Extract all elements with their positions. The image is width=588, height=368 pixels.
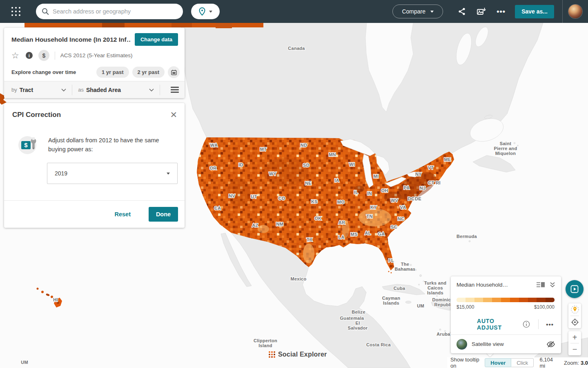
as-label: as: [78, 87, 84, 93]
svg-text:ND: ND: [301, 143, 307, 148]
auto-adjust-button[interactable]: AUTO ADJUST: [477, 318, 515, 331]
chevron-down-icon[interactable]: [149, 88, 154, 92]
zoom-level-label: Zoom:: [564, 360, 579, 366]
svg-text:CaymanIslands: CaymanIslands: [382, 296, 401, 305]
calendar-button[interactable]: [168, 66, 180, 78]
svg-text:MN: MN: [329, 152, 336, 157]
dataset-source: ACS 2012 (5-Year Estimates): [60, 52, 133, 58]
explore-change-label: Explore change over time: [11, 69, 76, 75]
legend-more-options-icon[interactable]: •••: [546, 321, 554, 328]
svg-text:ME: ME: [444, 157, 451, 162]
satellite-view-toggle[interactable]: Satellite view: [451, 334, 561, 353]
svg-text:FL: FL: [388, 258, 394, 263]
zoom-in-button[interactable]: +: [568, 331, 581, 343]
by-label: by: [11, 87, 17, 93]
favorite-star-icon[interactable]: ☆: [11, 51, 19, 60]
svg-text:Costa Rica: Costa Rica: [366, 342, 391, 347]
cpi-year-select[interactable]: 2019: [47, 163, 178, 184]
chevron-down-icon[interactable]: [61, 88, 66, 92]
svg-text:WY: WY: [269, 171, 277, 176]
map-status-bar: Show tooltip on Hover Click 6,104 mi Zoo…: [447, 357, 588, 368]
svg-text:WA: WA: [210, 143, 218, 148]
story-play-button[interactable]: [566, 280, 584, 298]
zoom-out-button[interactable]: −: [568, 343, 581, 355]
drop-pin-button[interactable]: [568, 303, 581, 316]
one-year-past-button[interactable]: 1 yr past: [96, 67, 129, 78]
export-image-icon[interactable]: [477, 7, 486, 16]
locate-me-button[interactable]: [568, 316, 581, 328]
svg-text:VA: VA: [400, 205, 406, 210]
save-as-button[interactable]: Save as...: [515, 5, 554, 18]
cpi-dialog-title: CPI Correction: [12, 111, 61, 119]
svg-text:KS: KS: [311, 199, 318, 204]
info-icon[interactable]: i: [26, 52, 33, 59]
divider: [72, 85, 72, 95]
svg-text:AZ: AZ: [252, 223, 258, 228]
svg-text:RI: RI: [436, 180, 441, 185]
cpi-year-value: 2019: [55, 170, 67, 177]
collapse-double-chevron-icon[interactable]: [550, 282, 555, 288]
svg-text:GA: GA: [378, 231, 385, 236]
compare-label: Compare: [402, 8, 425, 15]
svg-text:CO: CO: [278, 196, 285, 201]
geography-pin-button[interactable]: [191, 4, 220, 19]
legend-style-icon[interactable]: [537, 282, 545, 288]
tooltip-hover-button[interactable]: Hover: [485, 358, 511, 367]
play-icon: [570, 285, 579, 293]
dataset-panel: Median Household Income (In 2012 Inf… Ch…: [4, 28, 185, 98]
search-bar[interactable]: [36, 4, 183, 19]
svg-text:AR: AR: [339, 220, 345, 225]
legend-title: Median Household…: [457, 282, 532, 288]
two-year-past-button[interactable]: 2 yr past: [132, 67, 165, 78]
svg-text:PA: PA: [403, 185, 410, 190]
chevron-down-icon: [167, 173, 170, 175]
eye-off-icon[interactable]: [546, 341, 555, 348]
svg-text:UM: UM: [21, 360, 28, 365]
svg-text:TX: TX: [307, 237, 313, 242]
chevron-down-icon: [430, 11, 434, 13]
svg-text:MS: MS: [350, 232, 357, 237]
share-icon[interactable]: [457, 7, 467, 16]
svg-text:IL: IL: [354, 190, 358, 195]
apps-grid-icon[interactable]: [11, 7, 21, 17]
legend-gradient[interactable]: [457, 298, 555, 302]
social-explorer-logo: Social Explorer: [269, 351, 327, 358]
hamburger-menu-icon[interactable]: [171, 87, 179, 93]
reset-button[interactable]: Reset: [115, 211, 131, 218]
svg-text:WI: WI: [349, 162, 355, 167]
attribution-text: Social Explorer: [278, 351, 327, 358]
svg-text:CT: CT: [428, 180, 434, 185]
svg-text:VT: VT: [428, 165, 434, 170]
compare-button[interactable]: Compare: [392, 4, 443, 18]
tooltip-click-button[interactable]: Click: [511, 358, 534, 367]
close-icon[interactable]: ✕: [170, 110, 177, 119]
satellite-thumbnail: [457, 339, 467, 350]
visualization-type-select[interactable]: Shaded Area: [86, 87, 121, 93]
done-button[interactable]: Done: [149, 207, 178, 222]
svg-text:$: $: [24, 141, 28, 148]
zoom-level-value: 3.0: [581, 360, 588, 366]
divider: [55, 52, 55, 60]
svg-text:UT: UT: [251, 194, 257, 199]
geography-level-select[interactable]: Tract: [20, 87, 33, 93]
svg-text:LA: LA: [338, 235, 344, 240]
divider: [160, 85, 160, 95]
svg-text:WV: WV: [391, 198, 399, 203]
search-input[interactable]: [53, 8, 177, 15]
cpi-dollar-icon[interactable]: $: [38, 50, 49, 61]
svg-text:DC: DC: [408, 196, 415, 201]
info-circle-icon[interactable]: [523, 321, 530, 328]
cpi-dialog-description: Adjust dollars from 2012 to have the sam…: [48, 136, 169, 154]
pin-dashed-circle-icon: [570, 305, 579, 314]
svg-text:Belize: Belize: [352, 310, 365, 314]
svg-text:MI: MI: [374, 174, 379, 179]
social-explorer-dots-icon: [269, 351, 275, 358]
svg-text:OR: OR: [209, 166, 216, 171]
svg-text:HI: HI: [53, 297, 58, 302]
change-data-button[interactable]: Change data: [135, 33, 178, 46]
svg-text:NY: NY: [415, 172, 422, 177]
user-avatar[interactable]: [568, 4, 582, 18]
svg-text:Guatemala: Guatemala: [340, 316, 365, 321]
more-options-icon[interactable]: •••: [496, 7, 506, 16]
search-icon: [42, 8, 49, 15]
